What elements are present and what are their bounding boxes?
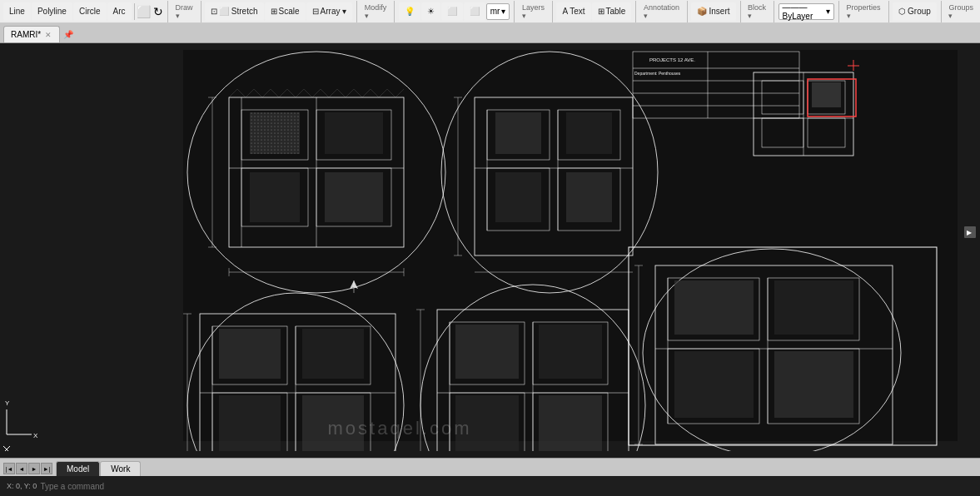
div3 [201,1,201,22]
rotate-icon[interactable]: ↻ [153,5,163,18]
polyline-btn[interactable]: Polyline [32,2,72,21]
svg-rect-42 [495,112,541,154]
svg-rect-106 [674,351,754,418]
div5 [394,1,395,22]
div12 [838,1,839,22]
svg-rect-73 [219,395,281,451]
work-tab[interactable]: Work [100,461,141,476]
pin-tab-btn[interactable]: 📌 [60,26,77,42]
groups-label: Groups ▾ [945,3,977,20]
sun-icon-btn[interactable]: ☀ [421,2,440,21]
bylayer-combo[interactable]: ——— ByLayer ▾ [779,3,834,20]
svg-rect-26 [325,112,383,154]
document-tab-bar: RAMRI* ✕ 📌 [0,23,980,43]
tab-label: RAMRI* [11,30,41,39]
layer-icon2-btn[interactable]: ⬜ [464,2,485,21]
toolbar-row1: Line Polyline Circle Arc ⬜ ↻ Draw ▾ ⊡ ⬜ … [0,0,980,23]
div4 [356,1,357,22]
div14 [941,1,942,22]
app-window: Line Polyline Circle Arc ⬜ ↻ Draw ▾ ⊡ ⬜ … [0,0,980,496]
bylayer-text: ——— ByLayer [783,2,824,21]
circle-btn[interactable]: Circle [73,2,107,21]
array-btn[interactable]: ⊟ Array ▾ [306,2,353,21]
tab-nav-arrows: |◄ ◄ ► ►| [0,461,56,476]
svg-rect-44 [495,172,541,222]
command-bar: X: 0, Y: 0 [0,476,980,496]
drawing-canvas: PROJECTS 12 AVE. Department: Penthouses [0,43,980,451]
coord-display: X: 0, Y: 0 [7,482,37,490]
tab-last-btn[interactable]: ►| [41,463,52,474]
array-icon: ⊟ [312,7,319,16]
modify-section-label: Modify ▾ [361,3,391,20]
layer-icon1-btn[interactable]: ⬜ [441,2,463,21]
svg-text:▶: ▶ [967,229,973,236]
div10 [740,1,741,22]
draw-section-label: Draw ▾ [172,3,196,20]
block-label: Block ▾ [744,3,769,20]
tab-first-btn[interactable]: |◄ [3,463,15,474]
command-input[interactable] [40,482,973,491]
line-btn[interactable]: Line [3,2,31,21]
div6 [514,1,515,22]
svg-rect-107 [774,351,853,418]
svg-text:mostaqel.com: mostaqel.com [328,418,472,439]
svg-text:Department: Penthouses: Department: Penthouses [634,71,681,76]
light-icon-btn[interactable]: 💡 [399,2,420,21]
move-icon[interactable]: ⬜ [137,5,151,18]
scale-btn[interactable]: ⊞ Scale [265,2,306,21]
svg-rect-91 [539,395,602,451]
text-btn[interactable]: A Text [556,2,590,21]
svg-rect-27 [250,172,300,222]
tab-prev-btn[interactable]: ◄ [16,463,27,474]
model-tab[interactable]: Model [56,461,100,476]
arc-btn[interactable]: Arc [107,2,132,21]
svg-rect-30 [250,112,300,154]
layer-name-text: mr [490,7,500,16]
document-tab-ramri[interactable]: RAMRI* ✕ [3,26,60,42]
scale-icon: ⊞ [271,7,277,16]
text-icon: A [562,7,568,16]
svg-rect-71 [219,329,281,379]
tab-next-btn[interactable]: ► [28,463,40,474]
svg-rect-43 [566,112,612,154]
annotation-label: Annotation ▾ [640,3,683,20]
div13 [888,1,889,22]
table-icon: ⊞ [598,7,604,16]
div2 [167,1,168,22]
svg-rect-72 [302,329,364,379]
separator1 [134,3,135,20]
svg-rect-89 [539,325,602,379]
svg-rect-88 [455,325,519,379]
properties-label: Properties ▾ [843,3,884,20]
bottom-tab-row: |◄ ◄ ► ►| Model Work [0,458,980,476]
svg-rect-60 [812,82,841,107]
bylayer-arrow: ▾ [826,7,830,16]
svg-rect-45 [566,172,612,222]
insert-btn[interactable]: 📦 Insert [691,2,735,21]
group-icon: ⬡ [898,7,906,16]
svg-text:Y: Y [5,399,10,407]
stretch-btn[interactable]: ⊡ ⬜ Stretch [205,2,263,21]
layer-name-combo[interactable]: mr ▾ [486,3,510,20]
svg-rect-104 [674,280,754,335]
div11 [774,1,774,22]
svg-text:X: X [33,432,38,439]
svg-rect-28 [325,172,383,222]
svg-rect-105 [774,280,853,335]
main-area: PROJECTS 12 AVE. Department: Penthouses [0,43,980,496]
tab-close-btn[interactable]: ✕ [44,31,52,39]
svg-text:PROJECTS 12 AVE.: PROJECTS 12 AVE. [649,57,695,62]
div9 [687,1,688,22]
layers-section-label: Layers ▾ [519,3,548,20]
div8 [635,1,636,22]
insert-icon: 📦 [697,7,707,16]
table-btn[interactable]: ⊞ Table [592,2,632,21]
group-btn[interactable]: ⬡ Group [893,2,937,21]
combo-arrow: ▾ [501,7,505,16]
div7 [552,1,553,22]
stretch-icon: ⊡ [211,7,217,16]
viewport[interactable]: PROJECTS 12 AVE. Department: Penthouses [0,43,980,458]
